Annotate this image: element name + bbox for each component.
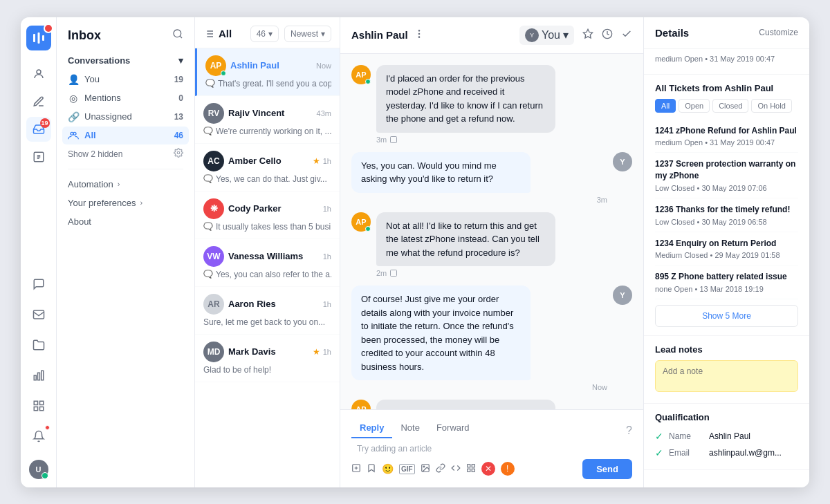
chat-header: Ashlin Paul Y You ▾ — [340, 17, 643, 54]
more-options-icon[interactable] — [414, 28, 425, 42]
filter-open[interactable]: Open — [679, 99, 710, 113]
name-value: Ashlin Paul — [709, 431, 750, 441]
filter-all[interactable]: All — [655, 99, 676, 113]
sidebar-item-unassigned[interactable]: 🔗 Unassigned 13 — [62, 108, 189, 126]
ticket-meta-1236: Low Closed • 30 May 2019 06:58 — [655, 218, 798, 226]
online-indicator-1 — [365, 79, 371, 84]
amber-avatar: AC — [203, 151, 224, 171]
sidebar-item-mentions[interactable]: ◎ Mentions 0 — [62, 89, 189, 107]
icon-bar: 19 U — [21, 17, 57, 487]
message-meta-4: Now — [351, 383, 607, 391]
ticket-item-1234[interactable]: 1234 Enquiry on Return Period Medium Clo… — [655, 232, 798, 266]
compose-tools: 🙂 GIF ✕ ! — [351, 462, 515, 476]
analytics-nav-icon[interactable] — [26, 363, 51, 388]
lead-notes-title: Lead notes — [655, 344, 798, 355]
ticket-item-895[interactable]: 895 Z Phone battery related issue none O… — [655, 265, 798, 299]
ticket-meta-1241: medium Open • 31 May 2019 00:47 — [655, 138, 798, 147]
email-nav-icon[interactable] — [26, 302, 51, 327]
compose-help-icon[interactable]: ? — [626, 424, 632, 437]
apps-nav-icon[interactable] — [26, 393, 51, 418]
ticket-meta-895: none Open • 13 Mar 2018 19:19 — [655, 285, 798, 293]
timer-action-icon[interactable] — [602, 28, 613, 42]
ticket-meta-1234: Medium Closed • 29 May 2019 01:58 — [655, 251, 798, 259]
search-icon[interactable] — [172, 28, 183, 42]
mentions-icon: ◎ — [68, 93, 79, 104]
filter-on-hold[interactable]: On Hold — [751, 99, 791, 113]
compose-nav-icon[interactable] — [26, 89, 51, 114]
svg-rect-34 — [467, 464, 470, 467]
conv-item-rajiv-vincent[interactable]: RV Rajiv Vincent 43m 🗨️ We're currently … — [195, 96, 340, 144]
image-icon[interactable] — [421, 463, 430, 475]
inbox-nav-icon[interactable]: 19 — [26, 117, 51, 142]
seen-icon — [389, 136, 398, 144]
star-action-icon[interactable] — [582, 28, 593, 42]
conv-item-amber-cello[interactable]: AC Amber Cello ★ 1h 🗨️ Yes, we can do th… — [195, 144, 340, 192]
more-compose-icon[interactable]: ! — [501, 462, 515, 476]
agent-selector[interactable]: Y You ▾ — [519, 26, 574, 45]
app-container: 19 U — [21, 17, 809, 487]
sort-filter-btn[interactable]: Newest ▾ — [284, 26, 331, 42]
ticket-filters: All Open Closed On Hold — [655, 99, 798, 113]
link-icon[interactable] — [436, 463, 445, 475]
tickets-section: All Tickets from Ashlin Paul All Open Cl… — [644, 75, 809, 337]
sidebar-item-all[interactable]: All 46 — [62, 127, 189, 144]
count-filter-btn[interactable]: 46 ▾ — [250, 26, 279, 42]
forward-tab[interactable]: Forward — [428, 418, 478, 438]
check-action-icon[interactable] — [621, 28, 632, 42]
note-input[interactable] — [655, 360, 798, 392]
message-meta-2: 3m — [351, 196, 607, 204]
svg-marker-26 — [583, 29, 592, 38]
files-nav-icon[interactable] — [26, 333, 51, 357]
sidebar-about-link[interactable]: About — [57, 212, 194, 231]
svg-rect-2 — [42, 35, 44, 41]
app-logo[interactable] — [26, 26, 51, 50]
chat-nav-icon[interactable] — [26, 272, 51, 297]
contacts-nav-icon[interactable] — [26, 62, 51, 86]
conv-items: AP Ashlin Paul Now 🗨️ That's great. I'll… — [195, 48, 340, 487]
conv-item-cody-parker[interactable]: ❋ Cody Parker 1h 🗨️ It usually takes les… — [195, 192, 340, 239]
reports-nav-icon[interactable] — [26, 144, 51, 169]
send-button[interactable]: Send — [582, 459, 632, 479]
reaction-icon[interactable]: ✕ — [481, 462, 495, 476]
settings-icon[interactable] — [174, 148, 183, 160]
customize-button[interactable]: Customize — [759, 28, 798, 37]
tickets-section-title: All Tickets from Ashlin Paul — [655, 83, 798, 93]
conv-item-mark-davis[interactable]: MD Mark Davis ★ 1h Glad to be of help! — [195, 335, 340, 382]
sidebar-automation-link[interactable]: Automation › — [57, 175, 194, 194]
sidebar-preferences-link[interactable]: Your preferences › — [57, 194, 194, 212]
show-more-button[interactable]: Show 5 More — [655, 305, 798, 327]
sidebar-item-you[interactable]: 👤 You 19 — [62, 71, 189, 88]
conv-item-vanessa-williams[interactable]: VW Vanessa Williams 1h 🗨️ Yes, you can a… — [195, 239, 340, 287]
ticket-item-1237[interactable]: 1237 Screen protection warranty on my zP… — [655, 153, 798, 198]
ticket-item-1236[interactable]: 1236 Thanks for the timely refund! Low C… — [655, 198, 798, 232]
conversation-list: All 46 ▾ Newest ▾ AP — [195, 17, 340, 487]
note-tab[interactable]: Note — [392, 418, 427, 438]
filter-closed[interactable]: Closed — [712, 99, 748, 113]
cody-avatar: ❋ — [203, 198, 224, 219]
attach-icon[interactable] — [351, 463, 361, 475]
bookmark-icon[interactable] — [367, 463, 376, 475]
rajiv-avatar: RV — [203, 103, 224, 124]
ticket-title-895: 895 Z Phone battery related issue — [655, 271, 798, 283]
conv-item-ashlin-paul[interactable]: AP Ashlin Paul Now 🗨️ That's great. I'll… — [195, 48, 340, 96]
message-avatar-3: AP — [351, 212, 371, 232]
user-avatar[interactable]: U — [29, 460, 48, 479]
ticket-item-1241[interactable]: 1241 zPhone Refund for Ashlin Paul mediu… — [655, 120, 798, 153]
gif-icon[interactable]: GIF — [399, 464, 415, 474]
apps-compose-icon[interactable] — [466, 463, 476, 475]
svg-point-13 — [174, 30, 181, 37]
svg-rect-36 — [467, 469, 470, 472]
svg-rect-5 — [33, 310, 44, 319]
email-label: Email — [669, 448, 703, 458]
show-hidden-label[interactable]: Show 2 hidden — [68, 149, 122, 159]
qualification-title: Qualification — [655, 412, 798, 422]
ticket-meta-1237: Low Closed • 30 May 2019 07:06 — [655, 184, 798, 192]
ticket-title-1234: 1234 Enquiry on Return Period — [655, 238, 798, 250]
conversations-section-label[interactable]: Conversations ▾ — [62, 51, 189, 70]
conv-item-aaron-ries[interactable]: AR Aaron Ries 1h Sure, let me get back t… — [195, 287, 340, 335]
emoji-icon[interactable]: 🙂 — [382, 463, 394, 474]
bell-nav-icon[interactable] — [26, 424, 51, 449]
code-icon[interactable] — [451, 463, 461, 475]
ticket-title-1237: 1237 Screen protection warranty on my zP… — [655, 158, 798, 182]
reply-tab[interactable]: Reply — [351, 418, 392, 438]
